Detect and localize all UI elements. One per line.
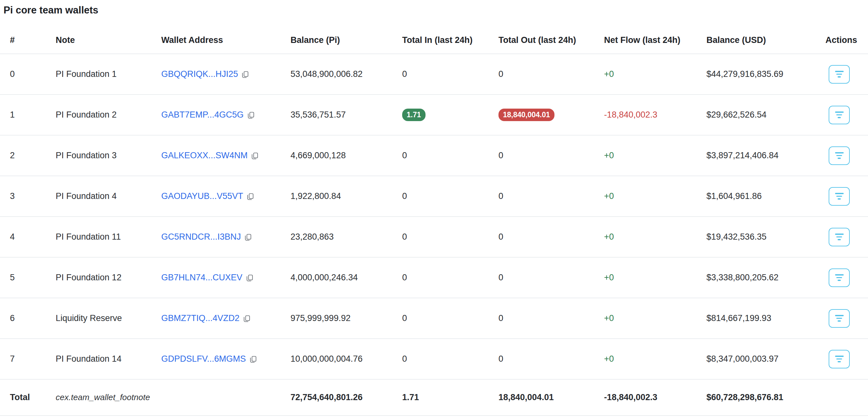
table-row: 6 Liquidity Reserve GBMZ7TIQ...4VZD2 975…	[0, 298, 868, 339]
balance-usd: $3,897,214,406.84	[707, 135, 826, 176]
net-flow: -18,840,002.3	[604, 94, 707, 135]
wallet-note: PI Foundation 1	[56, 54, 161, 94]
col-header-total-in: Total In (last 24h)	[402, 16, 498, 54]
copy-icon[interactable]	[250, 151, 259, 160]
balance-usd: $29,662,526.54	[707, 94, 826, 135]
total-in: 0	[402, 257, 498, 298]
balance-pi: 10,000,000,004.76	[290, 339, 402, 379]
wallet-note: PI Foundation 2	[56, 94, 161, 135]
row-actions-button[interactable]	[829, 146, 850, 165]
wallet-note: Liquidity Reserve	[56, 298, 161, 339]
row-index: 2	[0, 135, 56, 176]
row-actions-button[interactable]	[829, 187, 850, 206]
balance-usd: $8,347,000,003.97	[707, 339, 826, 379]
col-header-total-out: Total Out (last 24h)	[498, 16, 604, 54]
total-out: 0	[498, 217, 604, 257]
wallet-address-link[interactable]: GBQQRIQK...HJI25	[161, 69, 238, 79]
wallet-note: PI Foundation 14	[56, 339, 161, 379]
net-flow: +0	[604, 135, 707, 176]
col-header-balance-usd: Balance (USD)	[707, 16, 826, 54]
wallet-address-link[interactable]: GAODAYUB...V55VT	[161, 191, 243, 201]
wallet-address-link[interactable]: GABT7EMP...4GC5G	[161, 110, 244, 120]
total-label: Total	[0, 379, 56, 416]
net-flow: +0	[604, 298, 707, 339]
copy-icon[interactable]	[246, 192, 255, 201]
total-out: 0	[498, 298, 604, 339]
balance-usd: $814,667,199.93	[707, 298, 826, 339]
wallet-address-link[interactable]: GDPDSLFV...6MGMS	[161, 354, 246, 364]
total-out: 0	[498, 176, 604, 217]
wallet-note: PI Foundation 3	[56, 135, 161, 176]
balance-pi: 4,000,000,246.34	[290, 257, 402, 298]
row-actions-button[interactable]	[829, 350, 850, 368]
table-header-row: # Note Wallet Address Balance (Pi) Total…	[0, 16, 868, 54]
table-row: 7 PI Foundation 14 GDPDSLFV...6MGMS 10,0…	[0, 339, 868, 379]
wallet-note: PI Foundation 4	[56, 176, 161, 217]
total-in-badge: 1.71	[402, 109, 426, 121]
copy-icon[interactable]	[247, 111, 255, 119]
balance-pi: 1,922,800.84	[290, 176, 402, 217]
wallet-note: PI Foundation 12	[56, 257, 161, 298]
total-out: 0	[498, 54, 604, 94]
table-row: 2 PI Foundation 3 GALKEOXX...SW4NM 4,669…	[0, 135, 868, 176]
wallet-address-link[interactable]: GALKEOXX...SW4NM	[161, 150, 248, 161]
total-in: 0	[402, 339, 498, 379]
row-actions-button[interactable]	[829, 65, 850, 84]
col-header-note: Note	[56, 16, 161, 54]
copy-icon[interactable]	[243, 314, 251, 323]
total-balance-pi: 72,754,640,801.26	[290, 379, 402, 416]
balance-usd: $44,279,916,835.69	[707, 54, 826, 94]
table-row: 5 PI Foundation 12 GB7HLN74...CUXEV 4,00…	[0, 257, 868, 298]
total-out-sum: 18,840,004.01	[498, 379, 604, 416]
total-in: 0	[402, 135, 498, 176]
balance-pi: 35,536,751.57	[290, 94, 402, 135]
balance-usd: $3,338,800,205.62	[707, 257, 826, 298]
col-header-index: #	[0, 16, 56, 54]
copy-icon[interactable]	[249, 355, 257, 364]
balance-pi: 4,669,000,128	[290, 135, 402, 176]
pi-core-team-wallets-page: Pi core team wallets # Note Wallet Addre…	[0, 0, 868, 416]
row-index: 3	[0, 176, 56, 217]
total-in: 0	[402, 176, 498, 217]
table-row: 1 PI Foundation 2 GABT7EMP...4GC5G 35,53…	[0, 94, 868, 135]
net-flow: +0	[604, 217, 707, 257]
table-total-row: Total cex.team_wallet_footnote 72,754,64…	[0, 379, 868, 416]
wallet-address-link[interactable]: GBMZ7TIQ...4VZD2	[161, 313, 240, 323]
wallet-address-link[interactable]: GC5RNDCR...I3BNJ	[161, 232, 241, 242]
total-out: 0	[498, 339, 604, 379]
team-wallets-table: # Note Wallet Address Balance (Pi) Total…	[0, 16, 868, 416]
table-row: 3 PI Foundation 4 GAODAYUB...V55VT 1,922…	[0, 176, 868, 217]
row-actions-button[interactable]	[829, 106, 850, 124]
net-flow: +0	[604, 54, 707, 94]
row-index: 4	[0, 217, 56, 257]
row-index: 1	[0, 94, 56, 135]
row-actions-button[interactable]	[829, 269, 850, 287]
net-flow: +0	[604, 176, 707, 217]
col-header-wallet: Wallet Address	[161, 16, 290, 54]
balance-pi: 23,280,863	[290, 217, 402, 257]
net-flow: +0	[604, 257, 707, 298]
table-row: 0 PI Foundation 1 GBQQRIQK...HJI25 53,04…	[0, 54, 868, 94]
col-header-net-flow: Net Flow (last 24h)	[604, 16, 707, 54]
copy-icon[interactable]	[245, 274, 254, 282]
total-footnote: cex.team_wallet_footnote	[56, 392, 150, 402]
row-actions-button[interactable]	[829, 309, 850, 328]
total-wallet-cell	[161, 379, 290, 416]
page-title: Pi core team wallets	[0, 4, 868, 16]
total-out: 0	[498, 257, 604, 298]
row-index: 7	[0, 339, 56, 379]
balance-usd: $19,432,536.35	[707, 217, 826, 257]
total-in-sum: 1.71	[402, 379, 498, 416]
total-in: 0	[402, 298, 498, 339]
wallet-address-link[interactable]: GB7HLN74...CUXEV	[161, 273, 243, 283]
balance-usd: $1,604,961.86	[707, 176, 826, 217]
wallet-note: PI Foundation 11	[56, 217, 161, 257]
row-index: 5	[0, 257, 56, 298]
total-in: 0	[402, 217, 498, 257]
copy-icon[interactable]	[241, 70, 250, 79]
row-index: 0	[0, 54, 56, 94]
total-in: 0	[402, 54, 498, 94]
copy-icon[interactable]	[244, 233, 252, 242]
net-flow: +0	[604, 339, 707, 379]
row-actions-button[interactable]	[829, 228, 850, 246]
